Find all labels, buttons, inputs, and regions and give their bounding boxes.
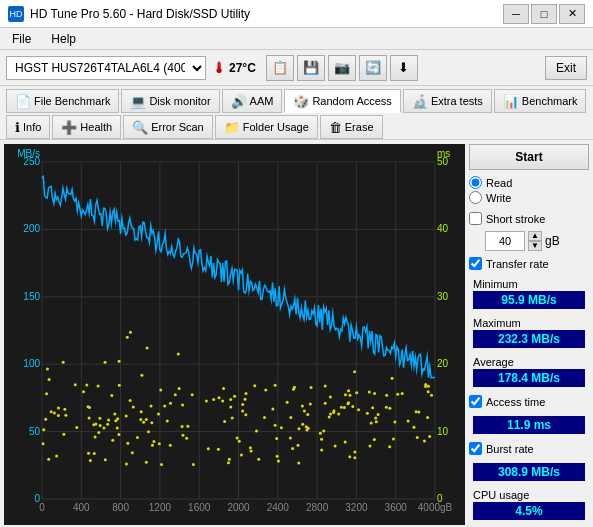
maximum-value: 232.3 MB/s [473, 330, 585, 348]
transfer-rate-label: Transfer rate [486, 258, 549, 270]
main-toolbar: HGST HUS726T4TALA6L4 (4000 gB) 🌡 27°C 📋 … [0, 50, 593, 86]
stroke-value-input[interactable] [485, 231, 525, 251]
average-value: 178.4 MB/s [473, 369, 585, 387]
tab-extra-tests[interactable]: 🔬 Extra tests [403, 89, 492, 113]
access-time-input[interactable] [469, 395, 482, 408]
tab-random-access-label: Random Access [312, 95, 391, 107]
tab-error-scan[interactable]: 🔍 Error Scan [123, 115, 213, 139]
tab-benchmark-label: Benchmark [522, 95, 578, 107]
stroke-unit: gB [545, 234, 560, 248]
burst-rate-checkbox[interactable]: Burst rate [469, 442, 589, 455]
maximize-button[interactable]: □ [531, 4, 557, 24]
tab-folder-usage-label: Folder Usage [243, 121, 309, 133]
stroke-down-button[interactable]: ▼ [528, 241, 542, 251]
temperature-display: 🌡 27°C [212, 60, 256, 76]
maximum-stat: Maximum 232.3 MB/s [469, 315, 589, 350]
transfer-rate-checkbox[interactable]: Transfer rate [469, 257, 589, 270]
maximum-label: Maximum [473, 317, 585, 329]
tab-folder-usage[interactable]: 📁 Folder Usage [215, 115, 318, 139]
read-radio[interactable]: Read [469, 176, 589, 189]
thermometer-icon: 🌡 [212, 60, 226, 76]
tab-file-benchmark-label: File Benchmark [34, 95, 110, 107]
access-time-checkbox[interactable]: Access time [469, 395, 589, 408]
temperature-value: 27°C [229, 61, 256, 75]
tab-benchmark[interactable]: 📊 Benchmark [494, 89, 587, 113]
info-icon: ℹ [15, 120, 20, 135]
tab-disk-monitor-label: Disk monitor [149, 95, 210, 107]
transfer-rate-input[interactable] [469, 257, 482, 270]
tab-erase-label: Erase [345, 121, 374, 133]
tab-aam[interactable]: 🔊 AAM [222, 89, 283, 113]
toolbar-btn-2[interactable]: 💾 [297, 55, 325, 81]
health-icon: ➕ [61, 120, 77, 135]
main-area: Start Read Write Short stroke ▲ ▼ gB [0, 140, 593, 527]
stroke-row: ▲ ▼ gB [469, 231, 589, 251]
write-radio[interactable]: Write [469, 191, 589, 204]
cpu-usage-label: CPU usage [473, 489, 585, 501]
title-bar-left: HD HD Tune Pro 5.60 - Hard Disk/SSD Util… [8, 6, 250, 22]
toolbar-icons: 📋 💾 📷 🔄 ⬇ [266, 55, 418, 81]
minimize-button[interactable]: ─ [503, 4, 529, 24]
file-benchmark-icon: 📄 [15, 94, 31, 109]
tab-health[interactable]: ➕ Health [52, 115, 121, 139]
exit-button[interactable]: Exit [545, 56, 587, 80]
random-access-icon: 🎲 [293, 94, 309, 109]
menu-bar: File Help [0, 28, 593, 50]
app-icon: HD [8, 6, 24, 22]
burst-rate-label: Burst rate [486, 443, 534, 455]
tab-random-access[interactable]: 🎲 Random Access [284, 89, 400, 113]
access-time-stat: 11.9 ms [469, 414, 589, 436]
extra-tests-icon: 🔬 [412, 94, 428, 109]
read-radio-input[interactable] [469, 176, 482, 189]
toolbar-btn-1[interactable]: 📋 [266, 55, 294, 81]
write-radio-input[interactable] [469, 191, 482, 204]
benchmark-icon: 📊 [503, 94, 519, 109]
tab-info-label: Info [23, 121, 41, 133]
tab-file-benchmark[interactable]: 📄 File Benchmark [6, 89, 119, 113]
burst-rate-value: 308.9 MB/s [473, 463, 585, 481]
rw-radio-group: Read Write [469, 174, 589, 206]
folder-usage-icon: 📁 [224, 120, 240, 135]
disk-selector[interactable]: HGST HUS726T4TALA6L4 (4000 gB) [6, 56, 206, 80]
menu-file[interactable]: File [8, 31, 35, 47]
toolbar-btn-4[interactable]: 🔄 [359, 55, 387, 81]
minimum-label: Minimum [473, 278, 585, 290]
toolbar-btn-3[interactable]: 📷 [328, 55, 356, 81]
aam-icon: 🔊 [231, 94, 247, 109]
short-stroke-checkbox[interactable]: Short stroke [469, 212, 589, 225]
burst-rate-stat: 308.9 MB/s [469, 461, 589, 483]
cpu-usage-value: 4.5% [473, 502, 585, 520]
read-label: Read [486, 177, 512, 189]
tab-health-label: Health [80, 121, 112, 133]
average-stat: Average 178.4 MB/s [469, 354, 589, 389]
minimum-stat: Minimum 95.9 MB/s [469, 276, 589, 311]
nav-tabs: 📄 File Benchmark 💻 Disk monitor 🔊 AAM 🎲 … [0, 86, 593, 140]
title-bar: HD HD Tune Pro 5.60 - Hard Disk/SSD Util… [0, 0, 593, 28]
close-button[interactable]: ✕ [559, 4, 585, 24]
average-label: Average [473, 356, 585, 368]
minimum-value: 95.9 MB/s [473, 291, 585, 309]
access-time-label: Access time [486, 396, 545, 408]
error-scan-icon: 🔍 [132, 120, 148, 135]
tab-info[interactable]: ℹ Info [6, 115, 50, 139]
tab-aam-label: AAM [250, 95, 274, 107]
tab-extra-tests-label: Extra tests [431, 95, 483, 107]
burst-rate-input[interactable] [469, 442, 482, 455]
menu-help[interactable]: Help [47, 31, 80, 47]
disk-monitor-icon: 💻 [130, 94, 146, 109]
tab-error-scan-label: Error Scan [151, 121, 204, 133]
tab-erase[interactable]: 🗑 Erase [320, 115, 383, 139]
benchmark-chart [4, 144, 465, 525]
window-controls: ─ □ ✕ [503, 4, 585, 24]
tab-disk-monitor[interactable]: 💻 Disk monitor [121, 89, 219, 113]
short-stroke-label: Short stroke [486, 213, 545, 225]
short-stroke-input[interactable] [469, 212, 482, 225]
stroke-spinner: ▲ ▼ [528, 231, 542, 251]
stroke-up-button[interactable]: ▲ [528, 231, 542, 241]
chart-area [4, 144, 465, 525]
toolbar-btn-5[interactable]: ⬇ [390, 55, 418, 81]
access-time-value: 11.9 ms [473, 416, 585, 434]
write-label: Write [486, 192, 511, 204]
right-panel: Start Read Write Short stroke ▲ ▼ gB [469, 144, 589, 525]
start-button[interactable]: Start [469, 144, 589, 170]
